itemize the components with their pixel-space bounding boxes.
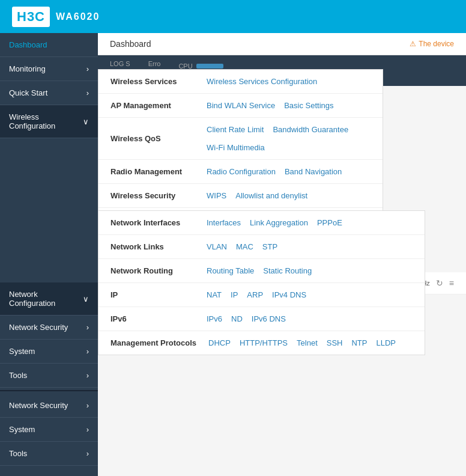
chevron-right-icon: › (86, 347, 89, 356)
sidebar-system2-label: System (9, 425, 35, 434)
panel-link[interactable]: Link Aggregation (250, 218, 308, 227)
panel-link[interactable]: Basic Settings (284, 101, 333, 110)
panel-link[interactable]: DHCP (208, 338, 231, 347)
panel-link[interactable]: IPv6 DNS (252, 314, 286, 323)
error-label: Erro (148, 60, 161, 67)
panel-row-label: Network Routing (110, 266, 195, 275)
chevron-down-icon: ∨ (83, 294, 89, 304)
sidebar-item-network-security-2[interactable]: Network Security › (0, 394, 98, 418)
sidebar-item-tools[interactable]: Tools › (0, 364, 98, 388)
panel-link[interactable]: Bind WLAN Service (207, 101, 275, 110)
panel-link[interactable]: PPPoE (317, 218, 342, 227)
panel-link[interactable]: IPv6 (207, 314, 222, 323)
chevron-down-icon: ∨ (83, 117, 89, 126)
panel-link[interactable]: IP (231, 290, 238, 299)
panel-link[interactable]: Wi-Fi Multimedia (207, 143, 265, 152)
sidebar-wireless-label: Wireless Configuration (9, 112, 83, 130)
panel-link[interactable]: LLDP (376, 338, 396, 347)
chevron-right-icon: › (86, 88, 89, 97)
sidebar-item-system-2[interactable]: System › (0, 418, 98, 442)
panel-link[interactable]: Interfaces (207, 218, 241, 227)
sidebar-item-tools-2[interactable]: Tools › (0, 442, 98, 466)
panel-link[interactable]: WIPS (207, 191, 226, 200)
panel-row-label: Wireless Security (110, 191, 195, 200)
wireless-panel-row: Wireless ServicesWireless Services Confi… (98, 70, 383, 94)
panel-row-label: Wireless Services (110, 77, 195, 86)
panel-links: Routing TableStatic Routing (207, 266, 312, 275)
chevron-right-icon: › (86, 401, 89, 410)
panel-links: IPv6NDIPv6 DNS (207, 314, 286, 323)
panel-links: VLANMACSTP (207, 242, 277, 251)
panel-link[interactable]: Wireless Services Configuration (207, 77, 317, 86)
panel-link[interactable]: Static Routing (263, 266, 312, 275)
panel-link[interactable]: MAC (236, 242, 253, 251)
panel-link[interactable]: Band Navigation (285, 167, 342, 176)
network-panel-row: Network RoutingRouting TableStatic Routi… (98, 259, 425, 283)
main-layout: Dashboard Monitoring › Quick Start › Wir… (0, 33, 466, 476)
sidebar-network-label: Network Configuration (9, 290, 83, 308)
panel-row-label: AP Management (110, 101, 195, 110)
panel-links: Bind WLAN ServiceBasic Settings (207, 101, 334, 110)
sidebar-item-monitoring[interactable]: Monitoring › (0, 57, 98, 81)
sidebar-item-system[interactable]: System › (0, 340, 98, 364)
chevron-right-icon: › (86, 323, 89, 332)
logo-area: H3C WA6020 (12, 7, 100, 27)
panel-link[interactable]: HTTP/HTTPS (240, 338, 288, 347)
panel-row-label: IP (110, 290, 195, 299)
panel-link[interactable]: NTP (351, 338, 367, 347)
sidebar-netsec-label: Network Security (9, 323, 68, 332)
panel-row-label: IPv6 (110, 314, 195, 323)
wireless-panel-row: Wireless SecurityWIPSAllowlist and denyl… (98, 184, 383, 208)
h3c-logo: H3C (12, 7, 50, 27)
panel-link[interactable]: VLAN (207, 242, 227, 251)
panel-link[interactable]: Allowlist and denylist (235, 191, 307, 200)
panel-links: InterfacesLink AggregationPPPoE (207, 218, 342, 227)
sidebar-tools-label: Tools (9, 371, 27, 380)
sidebar-item-wireless-config[interactable]: Wireless Configuration ∨ (0, 105, 98, 138)
network-panel-row: IPv6IPv6NDIPv6 DNS (98, 307, 425, 331)
device-model: WA6020 (56, 11, 100, 22)
panel-row-label: Radio Management (110, 167, 195, 176)
sidebar-system-label: System (9, 347, 35, 356)
panel-link[interactable]: Client Rate Limit (207, 125, 264, 134)
sidebar-item-network-security[interactable]: Network Security › (0, 316, 98, 340)
sidebar-tools2-label: Tools (9, 449, 27, 458)
panel-links: DHCPHTTP/HTTPSTelnetSSHNTPLLDP (208, 338, 396, 347)
panel-link[interactable]: Routing Table (207, 266, 254, 275)
main-content: Dashboard ⚠ The device LOG S 1 Erro 8 (98, 33, 466, 476)
panel-links: Radio ConfigurationBand Navigation (207, 167, 342, 176)
sidebar-item-dashboard[interactable]: Dashboard (0, 33, 98, 57)
panel-row-label: Management Protocols (110, 338, 196, 347)
refresh-icon[interactable]: ↻ (436, 278, 443, 288)
panel-links: NATIPARPIPv4 DNS (207, 290, 306, 299)
panel-link[interactable]: Radio Configuration (207, 167, 276, 176)
sidebar-item-quickstart[interactable]: Quick Start › (0, 81, 98, 105)
sidebar-quickstart-label: Quick Start (9, 88, 47, 97)
sidebar-item-network-config[interactable]: Network Configuration ∨ (0, 282, 98, 316)
panel-row-label: Network Interfaces (110, 218, 195, 227)
list-icon[interactable]: ≡ (449, 278, 454, 288)
wireless-panel-row: Wireless QoSClient Rate LimitBandwidth G… (98, 118, 383, 160)
logs-label: LOG S (110, 60, 130, 67)
chevron-right-icon: › (86, 371, 89, 380)
dashboard-title: Dashboard (110, 39, 151, 49)
panel-link[interactable]: IPv4 DNS (272, 290, 306, 299)
sidebar-monitoring-label: Monitoring (9, 64, 46, 73)
chevron-right-icon: › (86, 425, 89, 434)
panel-link[interactable]: SSH (327, 338, 343, 347)
panel-link[interactable]: Telnet (297, 338, 318, 347)
panel-links: Client Rate LimitBandwidth GuaranteeWi-F… (207, 125, 371, 152)
network-panel-rows: Network InterfacesInterfacesLink Aggrega… (98, 211, 425, 355)
panel-link[interactable]: Bandwidth Guarantee (273, 125, 348, 134)
cpu-bar (196, 64, 223, 69)
panel-link[interactable]: NAT (207, 290, 222, 299)
panel-link[interactable]: STP (262, 242, 277, 251)
panel-link[interactable]: ARP (247, 290, 263, 299)
panel-links: Wireless Services Configuration (207, 77, 317, 86)
device-alert-text: The device (419, 40, 454, 48)
network-dropdown-panel: Network InterfacesInterfacesLink Aggrega… (98, 210, 425, 355)
panel-link[interactable]: ND (231, 314, 243, 323)
chevron-right-icon: › (86, 64, 89, 73)
chevron-right-icon: › (86, 449, 89, 458)
panel-row-label: Network Links (110, 242, 195, 251)
